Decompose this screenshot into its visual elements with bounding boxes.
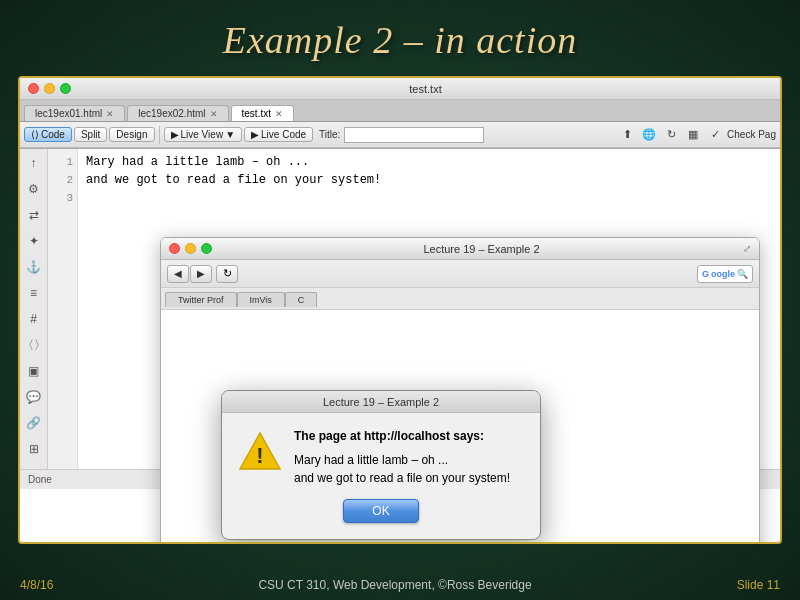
- footer-center: CSU CT 310, Web Development, ©Ross Bever…: [258, 578, 531, 592]
- code-line-1: Mary had a little lamb – oh ...: [86, 153, 772, 171]
- browser-max-btn[interactable]: [201, 243, 212, 254]
- alert-message: Mary had a little lamb – oh ... and we g…: [294, 451, 524, 487]
- title-input[interactable]: [344, 127, 484, 143]
- browser-title-text: Lecture 19 – Example 2: [220, 243, 743, 255]
- google-search-label: oogle: [711, 269, 735, 279]
- line-numbers: 1 2 3: [48, 149, 78, 469]
- browser-refresh-btn[interactable]: ↻: [216, 265, 238, 283]
- alert-line2: and we got to read a file on your system…: [294, 469, 524, 487]
- slide-border: test.txt lec19ex01.html ✕ lec19ex02.html…: [18, 76, 782, 544]
- alert-title: Lecture 19 – Example 2: [230, 396, 532, 408]
- layers-icon[interactable]: ≡: [24, 283, 44, 303]
- tab-close-icon[interactable]: ✕: [106, 109, 114, 119]
- minimize-button[interactable]: [44, 83, 55, 94]
- settings-icon[interactable]: ⚙: [24, 179, 44, 199]
- close-button[interactable]: [28, 83, 39, 94]
- editor-title-text: test.txt: [79, 83, 772, 95]
- browser-back-btn[interactable]: ◀: [167, 265, 189, 283]
- browser-toolbar: ◀ ▶ ↻ G oogle 🔍: [161, 260, 759, 288]
- traffic-lights: [28, 83, 71, 94]
- check-page-label: Check Pag: [727, 129, 776, 140]
- browser-min-btn[interactable]: [185, 243, 196, 254]
- code-line-2: and we got to read a file on your system…: [86, 171, 772, 189]
- status-text: Done: [28, 474, 52, 485]
- browser-titlebar: Lecture 19 – Example 2 ⤢: [161, 238, 759, 260]
- code-line-3: [86, 189, 772, 207]
- live-code-button[interactable]: ▶ Live Code: [244, 127, 313, 142]
- browser-nav-group: ◀ ▶: [167, 265, 212, 283]
- line-num-2: 2: [48, 171, 73, 189]
- alert-warning-icon: !: [238, 429, 282, 479]
- editor-tab-bar: lec19ex01.html ✕ lec19ex02.html ✕ test.t…: [20, 100, 780, 122]
- tab-close-icon[interactable]: ✕: [275, 109, 283, 119]
- editor-toolbar: ⟨⟩ Code Split Design ▶ Live View ▼ ▶ Liv…: [20, 122, 780, 148]
- title-field: Title:: [319, 127, 484, 143]
- live-view-button[interactable]: ▶ Live View ▼: [164, 127, 243, 142]
- link-icon[interactable]: 🔗: [24, 413, 44, 433]
- browser-tab-imvis[interactable]: ImVis: [237, 292, 285, 307]
- browser-tab-c[interactable]: C: [285, 292, 318, 307]
- code-button[interactable]: ⟨⟩ Code: [24, 127, 72, 142]
- live-code-icon: ▶: [251, 129, 259, 140]
- file-management-icon[interactable]: ⬆: [617, 125, 637, 145]
- image-icon[interactable]: ▣: [24, 361, 44, 381]
- maximize-button[interactable]: [60, 83, 71, 94]
- toolbar-right: ⬆ 🌐 ↻ ▦ ✓ Check Pag: [617, 125, 776, 145]
- slide-footer: 4/8/16 CSU CT 310, Web Development, ©Ros…: [0, 578, 800, 592]
- svg-text:!: !: [256, 443, 263, 468]
- browser-tabs-bar: Twitter Prof ImVis C: [161, 288, 759, 310]
- alert-titlebar: Lecture 19 – Example 2: [222, 391, 540, 413]
- cursor-icon[interactable]: ↑: [24, 153, 44, 173]
- globe-icon[interactable]: 🌐: [639, 125, 659, 145]
- footer-date: 4/8/16: [20, 578, 53, 592]
- move-icon[interactable]: ✦: [24, 231, 44, 251]
- title-label: Title:: [319, 129, 340, 140]
- design-button[interactable]: Design: [109, 127, 154, 142]
- refresh-icon[interactable]: ↻: [661, 125, 681, 145]
- alert-content: The page at http://localhost says: Mary …: [294, 429, 524, 487]
- arrow-icon[interactable]: ⇄: [24, 205, 44, 225]
- browser-maximize-icon[interactable]: ⤢: [743, 243, 751, 254]
- tab-test-txt[interactable]: test.txt ✕: [231, 105, 294, 121]
- hash-icon[interactable]: #: [24, 309, 44, 329]
- browser-window: Lecture 19 – Example 2 ⤢ ◀ ▶ ↻ G oogle 🔍: [160, 237, 760, 544]
- line-num-3: 3: [48, 189, 73, 207]
- google-search-box[interactable]: G oogle 🔍: [697, 265, 753, 283]
- tab-lec19ex02[interactable]: lec19ex02.html ✕: [127, 105, 228, 121]
- chat-icon[interactable]: 💬: [24, 387, 44, 407]
- line-num-1: 1: [48, 153, 73, 171]
- code-icon: ⟨⟩: [31, 129, 39, 140]
- alert-body: ! The page at http://localhost says: Mar…: [222, 413, 540, 499]
- browser-forward-btn[interactable]: ▶: [190, 265, 212, 283]
- slide-title: Example 2 – in action: [0, 0, 800, 76]
- editor-sidebar-left: ↑ ⚙ ⇄ ✦ ⚓ ≡ # 〈〉 ▣ 💬 🔗 ⊞: [20, 149, 48, 469]
- alert-line1: Mary had a little lamb – oh ...: [294, 451, 524, 469]
- alert-header-text: The page at http://localhost says:: [294, 429, 524, 443]
- table-icon[interactable]: ⊞: [24, 439, 44, 459]
- editor-main: ↑ ⚙ ⇄ ✦ ⚓ ≡ # 〈〉 ▣ 💬 🔗 ⊞ 1 2 3 Mary had …: [20, 149, 780, 469]
- footer-slide: Slide 11: [737, 578, 780, 592]
- alert-buttons: OK: [222, 499, 540, 539]
- browser-tab-twitter[interactable]: Twitter Prof: [165, 292, 237, 307]
- browser-content: Lecture 19 – Example 2 ! The page at htt…: [161, 310, 759, 544]
- editor-titlebar: test.txt: [20, 78, 780, 100]
- toolbar-sep-1: [159, 126, 160, 144]
- tab-lec19ex01[interactable]: lec19ex01.html ✕: [24, 105, 125, 121]
- tab-close-icon[interactable]: ✕: [210, 109, 218, 119]
- live-icon: ▶: [171, 129, 179, 140]
- grid-icon[interactable]: ▦: [683, 125, 703, 145]
- split-button[interactable]: Split: [74, 127, 107, 142]
- browser-close-btn[interactable]: [169, 243, 180, 254]
- alert-dialog: Lecture 19 – Example 2 ! The page at htt…: [221, 390, 541, 540]
- google-logo: G: [702, 269, 709, 279]
- search-icon: 🔍: [737, 269, 748, 279]
- check-page-icon[interactable]: ✓: [705, 125, 725, 145]
- code-sidebar-icon[interactable]: 〈〉: [24, 335, 44, 355]
- ok-button[interactable]: OK: [343, 499, 418, 523]
- editor-chrome: test.txt lec19ex01.html ✕ lec19ex02.html…: [20, 78, 780, 149]
- browser-search-bar: G oogle 🔍: [697, 265, 753, 283]
- browser-traffic-lights: [169, 243, 212, 254]
- anchor-icon[interactable]: ⚓: [24, 257, 44, 277]
- dropdown-arrow-icon: ▼: [225, 129, 235, 140]
